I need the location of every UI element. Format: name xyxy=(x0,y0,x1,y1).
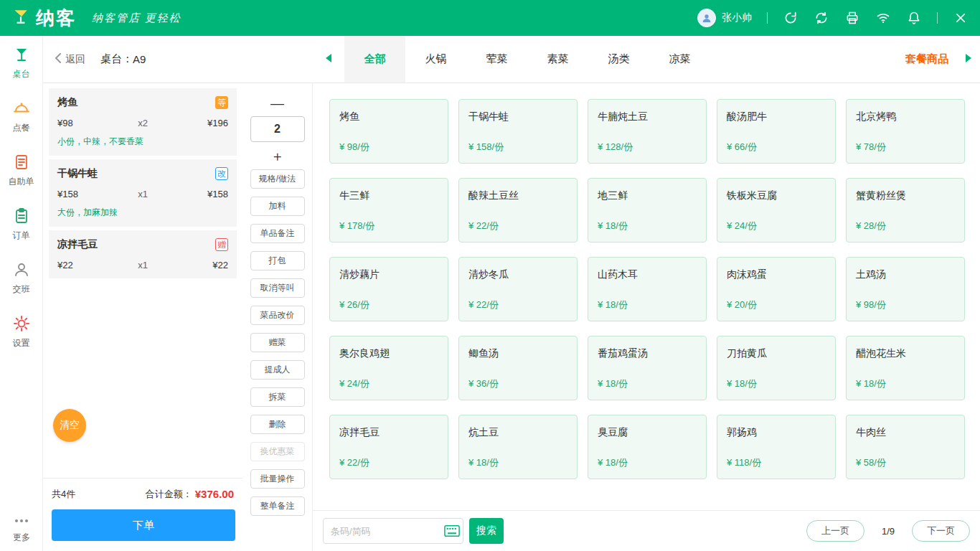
gift-badge: 赠 xyxy=(215,238,228,251)
menu-item[interactable]: 土鸡汤¥ 98/份 xyxy=(846,257,965,321)
add-topping-button[interactable]: 加料 xyxy=(250,197,305,216)
menu-item[interactable]: 干锅牛蛙¥ 158/份 xyxy=(458,99,578,164)
order-item-qty: x2 xyxy=(109,118,176,128)
refresh-icon[interactable] xyxy=(783,10,798,26)
tab-all[interactable]: 全部 xyxy=(344,36,405,83)
barcode-search-box xyxy=(323,518,463,544)
place-order-button[interactable]: 下单 xyxy=(52,509,235,541)
order-item-qty: x1 xyxy=(109,189,176,199)
qty-plus-button[interactable]: ＋ xyxy=(250,148,305,165)
menu-item-name: 醋泡花生米 xyxy=(856,347,955,360)
quantity-value[interactable]: 2 xyxy=(250,116,305,142)
menu-item[interactable]: 酸辣土豆丝¥ 22/份 xyxy=(458,178,578,242)
menu-item[interactable]: 臭豆腐¥ 18/份 xyxy=(588,415,707,479)
notification-bell-icon[interactable] xyxy=(906,10,922,26)
menu-item[interactable]: 烤鱼¥ 98/份 xyxy=(329,99,448,164)
menu-item[interactable]: 山药木耳¥ 18/份 xyxy=(588,257,707,321)
sidebar-item-order-food[interactable]: 点餐 xyxy=(0,90,42,143)
order-item-qty: x1 xyxy=(109,260,176,270)
item-note-button[interactable]: 单品备注 xyxy=(250,224,305,243)
commission-person-button[interactable]: 提成人 xyxy=(250,360,305,380)
menu-item[interactable]: 肉沫鸡蛋¥ 20/份 xyxy=(717,257,836,321)
menu-item[interactable]: 炕土豆¥ 18/份 xyxy=(458,415,578,479)
next-page-button[interactable]: 下一页 xyxy=(912,520,970,542)
menu-item[interactable]: 酸汤肥牛¥ 66/份 xyxy=(717,99,836,164)
menu-item[interactable]: 牛三鲜¥ 178/份 xyxy=(329,178,448,242)
delete-item-button[interactable]: 删除 xyxy=(250,415,305,434)
order-item-kaoyu[interactable]: 烤鱼 等 ¥98 x2 ¥196 小份，中辣，不要香菜 xyxy=(49,88,237,156)
gift-dish-button[interactable]: 赠菜 xyxy=(250,333,305,352)
brand-logo: 纳客 纳客管店 更轻松 xyxy=(11,6,182,31)
qty-minus-button[interactable]: — xyxy=(250,95,305,112)
user-account[interactable]: 张小帅 xyxy=(697,9,752,27)
order-item-liangban-maodou[interactable]: 凉拌毛豆 赠 ¥22 x1 ¥22 xyxy=(49,230,237,278)
sidebar: 桌台 点餐 自助单 订单 交班 设置 更多 xyxy=(0,36,43,551)
menu-item-name: 酸辣土豆丝 xyxy=(468,189,567,202)
tab-meat-dishes[interactable]: 荤菜 xyxy=(466,36,527,83)
prev-page-button[interactable]: 上一页 xyxy=(806,520,864,542)
back-button[interactable]: 返回 xyxy=(55,36,85,83)
tab-soups[interactable]: 汤类 xyxy=(588,36,649,83)
menu-item[interactable]: 牛腩炖土豆¥ 128/份 xyxy=(588,99,707,164)
tabs-scroll-left-button[interactable] xyxy=(324,36,332,83)
sidebar-item-self-service[interactable]: 自助单 xyxy=(0,143,42,197)
tab-vegetable-dishes[interactable]: 素菜 xyxy=(527,36,588,83)
sidebar-item-orders[interactable]: 订单 xyxy=(0,197,42,251)
swap-discount-dish-button[interactable]: 换优惠菜 xyxy=(250,442,305,461)
brand-slogan: 纳客管店 更轻松 xyxy=(92,11,182,25)
sidebar-item-settings[interactable]: 设置 xyxy=(0,305,42,359)
tab-hotpot[interactable]: 火锅 xyxy=(405,36,466,83)
printer-icon[interactable] xyxy=(844,10,860,26)
order-note-button[interactable]: 整单备注 xyxy=(250,496,305,516)
keyboard-icon[interactable] xyxy=(441,519,463,543)
change-price-button[interactable]: 菜品改价 xyxy=(250,306,305,325)
sidebar-item-label: 自助单 xyxy=(9,176,34,188)
brand-logo-text: 纳客 xyxy=(36,6,76,31)
sidebar-item-tables[interactable]: 桌台 xyxy=(0,36,42,90)
topbar-divider xyxy=(937,12,938,24)
menu-item-name: 鲫鱼汤 xyxy=(468,347,567,360)
menu-item[interactable]: 番茄鸡蛋汤¥ 18/份 xyxy=(588,336,707,400)
split-dish-button[interactable]: 拆菜 xyxy=(250,387,305,407)
tab-cold-dishes[interactable]: 凉菜 xyxy=(649,36,710,83)
menu-item[interactable]: 铁板米豆腐¥ 24/份 xyxy=(717,178,836,242)
menu-item[interactable]: 蟹黄粉丝煲¥ 28/份 xyxy=(846,178,965,242)
batch-operation-button[interactable]: 批量操作 xyxy=(250,469,305,489)
search-button[interactable]: 搜索 xyxy=(469,518,504,544)
topbar-divider xyxy=(767,12,768,24)
sync-icon[interactable] xyxy=(814,10,829,26)
takeout-pack-button[interactable]: 打包 xyxy=(250,251,305,270)
menu-item[interactable]: 醋泡花生米¥ 18/份 xyxy=(846,336,965,400)
sidebar-item-label: 设置 xyxy=(13,337,30,349)
sidebar-more-button[interactable]: 更多 xyxy=(0,512,43,544)
menu-item[interactable]: 清炒冬瓜¥ 22/份 xyxy=(458,257,578,321)
menu-item-price: ¥ 22/份 xyxy=(339,456,369,469)
menu-item[interactable]: 凉拌毛豆¥ 22/份 xyxy=(329,415,448,479)
person-icon xyxy=(12,260,31,279)
order-item-name: 烤鱼 xyxy=(57,96,77,109)
clear-order-button[interactable]: 清空 xyxy=(53,409,86,442)
order-item-ganguo-niuwa[interactable]: 干锅牛蛙 改 ¥158 x1 ¥158 大份，加麻加辣 xyxy=(49,159,237,227)
menu-item-price: ¥ 118/份 xyxy=(727,456,761,469)
menu-item[interactable]: 鲫鱼汤¥ 36/份 xyxy=(458,336,578,400)
close-icon[interactable] xyxy=(953,10,969,26)
combo-products-tab[interactable]: 套餐商品 xyxy=(905,36,948,83)
menu-item[interactable]: 牛肉丝¥ 58/份 xyxy=(846,415,965,479)
cancel-wait-call-button[interactable]: 取消等叫 xyxy=(250,278,305,298)
spec-method-button[interactable]: 规格/做法 xyxy=(250,169,305,189)
tabs-scroll-right-button[interactable] xyxy=(965,36,973,83)
menu-item-price: ¥ 24/份 xyxy=(727,220,757,232)
menu-item[interactable]: 地三鲜¥ 18/份 xyxy=(588,178,707,242)
menu-item-name: 山药木耳 xyxy=(598,268,697,281)
menu-item-name: 干锅牛蛙 xyxy=(468,110,567,123)
barcode-input[interactable] xyxy=(324,526,441,537)
menu-item[interactable]: 郭扬鸡¥ 118/份 xyxy=(717,415,836,479)
wifi-icon[interactable] xyxy=(875,10,891,26)
menu-item[interactable]: 清炒藕片¥ 26/份 xyxy=(329,257,448,321)
menu-item[interactable]: 奥尔良鸡翅¥ 24/份 xyxy=(329,336,448,400)
menu-item[interactable]: 刀拍黄瓜¥ 18/份 xyxy=(717,336,836,400)
settings-gear-icon xyxy=(12,314,31,333)
table-icon xyxy=(12,45,31,64)
sidebar-item-shift[interactable]: 交班 xyxy=(0,251,42,305)
menu-item[interactable]: 北京烤鸭¥ 78/份 xyxy=(846,99,965,164)
